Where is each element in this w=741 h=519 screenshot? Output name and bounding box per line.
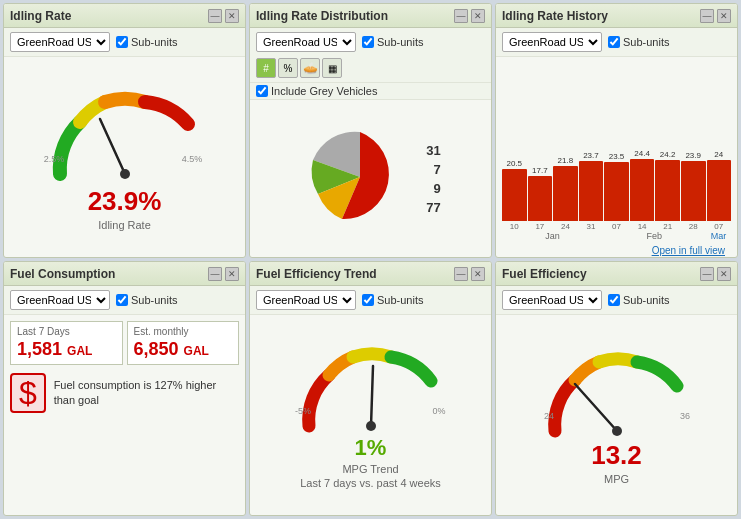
fuel-last7-col: Last 7 Days 1,581 GAL	[10, 321, 123, 365]
idling-rate-subunits-checkbox[interactable]	[116, 36, 128, 48]
svg-text:0%: 0%	[432, 406, 445, 416]
rate-history-select[interactable]: GreenRoad US U...	[502, 32, 602, 52]
fuel-efficiency-header: Fuel Efficiency — ✕	[496, 262, 737, 286]
fuel-trend-sublabel: Last 7 days vs. past 4 weeks	[300, 477, 441, 489]
bar-month-labels: Jan Feb Mar	[502, 231, 731, 241]
rate-distribution-minimize[interactable]: —	[454, 9, 468, 23]
fuel-efficiency-subunits-checkbox[interactable]	[608, 294, 620, 306]
rate-history-header: Idling Rate History — ✕	[496, 4, 737, 28]
view-bar-btn[interactable]: ▦	[322, 58, 342, 78]
rate-history-panel: Idling Rate History — ✕ GreenRoad US U..…	[495, 3, 738, 258]
fuel-trend-minimize[interactable]: —	[454, 267, 468, 281]
fuel-trend-close[interactable]: ✕	[471, 267, 485, 281]
fuel-consumption-controls: — ✕	[208, 267, 239, 281]
view-percent-btn[interactable]: %	[278, 58, 298, 78]
rate-history-title: Idling Rate History	[502, 9, 608, 23]
rate-distribution-panel: Idling Rate Distribution — ✕ GreenRoad U…	[249, 3, 492, 258]
view-pie-btn[interactable]: 🥧	[300, 58, 320, 78]
bar-col-3: 23.7	[579, 151, 604, 221]
fuel-consumption-header: Fuel Consumption — ✕	[4, 262, 245, 286]
fuel-trend-toolbar: GreenRoad US U... Sub-units	[250, 286, 491, 315]
rate-history-subunits-checkbox[interactable]	[608, 36, 620, 48]
rate-distribution-close[interactable]: ✕	[471, 9, 485, 23]
fuel-trend-header: Fuel Efficiency Trend — ✕	[250, 262, 491, 286]
fuel-monthly-value: 6,850 GAL	[134, 339, 233, 360]
idling-rate-toolbar: GreenRoad US U... Sub-units	[4, 28, 245, 57]
fuel-trend-select[interactable]: GreenRoad US U...	[256, 290, 356, 310]
fuel-efficiency-minimize[interactable]: —	[700, 267, 714, 281]
fuel-consumption-subunits[interactable]: Sub-units	[116, 294, 177, 306]
fuel-efficiency-trend-panel: Fuel Efficiency Trend — ✕ GreenRoad US U…	[249, 261, 492, 516]
bar-day-labels: 10 17 24 31 07 14 21 28 07	[502, 222, 731, 231]
fuel-efficiency-select[interactable]: GreenRoad US U...	[502, 290, 602, 310]
fuel-consumption-toolbar: GreenRoad US U... Sub-units	[4, 286, 245, 315]
idling-rate-select[interactable]: GreenRoad US U...	[10, 32, 110, 52]
fuel-alert: $ Fuel consumption is 127% higher than g…	[10, 373, 239, 413]
fuel-trend-subunits[interactable]: Sub-units	[362, 294, 423, 306]
fuel-efficiency-body: 24 36 13.2 MPG	[496, 315, 737, 515]
include-grey-checkbox[interactable]	[256, 85, 268, 97]
fuel-efficiency-label: MPG	[604, 473, 629, 485]
svg-text:36: 36	[679, 411, 689, 421]
rate-distribution-header: Idling Rate Distribution — ✕	[250, 4, 491, 28]
svg-text:-5%: -5%	[294, 406, 310, 416]
fuel-consumption-minimize[interactable]: —	[208, 267, 222, 281]
pie-legend: 31 7 9 77	[426, 143, 440, 215]
rate-distribution-select[interactable]: GreenRoad US U...	[256, 32, 356, 52]
rate-history-body: 20.5 17.7 21.8 23.7	[496, 57, 737, 257]
bar-col-4: 23.5	[604, 152, 629, 221]
svg-text:2.5%: 2.5%	[43, 154, 64, 164]
fuel-last7-label: Last 7 Days	[17, 326, 116, 337]
svg-point-1	[120, 169, 130, 179]
fuel-trend-subunits-checkbox[interactable]	[362, 294, 374, 306]
legend-green-value: 7	[426, 162, 440, 177]
svg-text:24: 24	[543, 411, 553, 421]
svg-point-9	[612, 426, 622, 436]
fuel-efficiency-close[interactable]: ✕	[717, 267, 731, 281]
idling-rate-title: Idling Rate	[10, 9, 71, 23]
rate-history-subunits[interactable]: Sub-units	[608, 36, 669, 48]
bar-col-5: 24.4	[630, 149, 655, 221]
idling-rate-close[interactable]: ✕	[225, 9, 239, 23]
fuel-consumption-body: Last 7 Days 1,581 GAL Est. monthly 6,850…	[4, 315, 245, 515]
rate-distribution-toolbar: GreenRoad US U... Sub-units # % 🥧 ▦	[250, 28, 491, 83]
svg-line-4	[371, 366, 373, 426]
open-full-view-link[interactable]: Open in full view	[652, 245, 729, 256]
pie-chart	[300, 122, 420, 235]
fuel-consumption-subunits-checkbox[interactable]	[116, 294, 128, 306]
fuel-monthly-label: Est. monthly	[134, 326, 233, 337]
legend-grey-value: 31	[426, 143, 440, 158]
pie-area: 31 7 9 77	[254, 104, 487, 253]
fuel-efficiency-gauge: 24 36	[537, 346, 697, 446]
pie-svg	[300, 122, 420, 232]
idling-rate-minimize[interactable]: —	[208, 9, 222, 23]
idling-rate-subunits[interactable]: Sub-units	[116, 36, 177, 48]
fuel-efficiency-controls: — ✕	[700, 267, 731, 281]
bars-row: 20.5 17.7 21.8 23.7	[502, 61, 731, 221]
fuel-trend-body: -5% 0% 1% MPG Trend Last 7 days vs. past…	[250, 315, 491, 515]
rate-distribution-title: Idling Rate Distribution	[256, 9, 388, 23]
fuel-efficiency-subunits[interactable]: Sub-units	[608, 294, 669, 306]
rate-history-controls: — ✕	[700, 9, 731, 23]
fuel-consumption-select[interactable]: GreenRoad US U...	[10, 290, 110, 310]
rate-history-close[interactable]: ✕	[717, 9, 731, 23]
fuel-consumption-close[interactable]: ✕	[225, 267, 239, 281]
fuel-consumption-panel: Fuel Consumption — ✕ GreenRoad US U... S…	[3, 261, 246, 516]
svg-text:4.5%: 4.5%	[181, 154, 202, 164]
fuel-alert-icon: $	[10, 373, 46, 413]
bar-col-8: 24	[707, 150, 732, 221]
fuel-trend-title: Fuel Efficiency Trend	[256, 267, 377, 281]
fuel-trend-label: MPG Trend	[342, 463, 398, 475]
view-number-btn[interactable]: #	[256, 58, 276, 78]
dashboard: Idling Rate — ✕ GreenRoad US U... Sub-un…	[0, 0, 741, 519]
rate-distribution-subunits-checkbox[interactable]	[362, 36, 374, 48]
fuel-last7-value: 1,581 GAL	[17, 339, 116, 360]
fuel-stats-row: Last 7 Days 1,581 GAL Est. monthly 6,850…	[10, 321, 239, 365]
include-grey-vehicles[interactable]: Include Grey Vehicles	[256, 85, 485, 97]
rate-distribution-body: 31 7 9 77	[250, 100, 491, 257]
fuel-trend-controls: — ✕	[454, 267, 485, 281]
rate-distribution-subunits[interactable]: Sub-units	[362, 36, 423, 48]
rate-distribution-view-btns: # % 🥧 ▦	[256, 58, 342, 78]
rate-history-minimize[interactable]: —	[700, 9, 714, 23]
bar-chart-container: 20.5 17.7 21.8 23.7	[502, 61, 731, 257]
